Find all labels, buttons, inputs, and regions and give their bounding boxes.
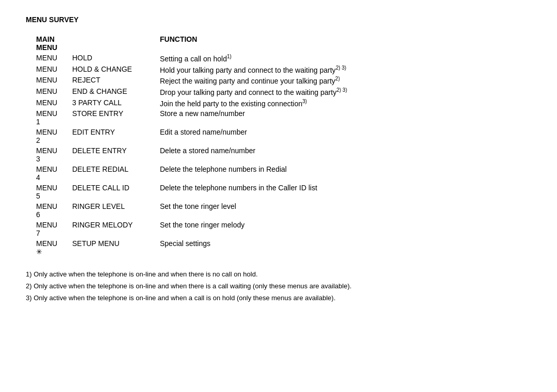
menu-cell: MENU <box>26 75 72 86</box>
function-cell: Delete the telephone numbers in the Call… <box>160 183 531 201</box>
footnotes: 1) Only active when the telephone is on-… <box>26 269 531 303</box>
function-cell: Store a new name/number <box>160 108 531 127</box>
table-row: MENUHOLD & CHANGEHold your talking party… <box>26 64 531 75</box>
action-cell: 3 PARTY CALL <box>72 97 160 109</box>
function-cell: Delete the telephone numbers in Redial <box>160 164 531 183</box>
menu-survey-table: MAIN MENU FUNCTION MENUHOLDSetting a cal… <box>26 34 531 257</box>
function-cell: Reject the waiting party and continue yo… <box>160 75 531 86</box>
menu-cell: MENU <box>26 64 72 75</box>
menu-cell: MENU 1 <box>26 108 72 127</box>
page-title: MENU SURVEY <box>26 15 531 24</box>
menu-cell: MENU 5 <box>26 183 72 201</box>
function-cell: Set the tone ringer level <box>160 201 531 220</box>
action-cell: REJECT <box>72 75 160 86</box>
table-row: MENU 7RINGER MELODYSet the tone ringer m… <box>26 220 531 238</box>
action-cell: HOLD <box>72 53 160 64</box>
table-row: MENU 4DELETE REDIALDelete the telephone … <box>26 164 531 183</box>
function-cell: Special settings <box>160 238 531 257</box>
menu-cell: MENU <box>26 86 72 97</box>
table-row: MENU3 PARTY CALLJoin the held party to t… <box>26 97 531 109</box>
table-row: MENU 2EDIT ENTRYEdit a stored name/numbe… <box>26 127 531 145</box>
menu-cell: MENU <box>26 53 72 64</box>
footnote-item: 2) Only active when the telephone is on-… <box>26 281 531 292</box>
function-cell: Hold your talking party and connect to t… <box>160 64 531 75</box>
function-cell: Drop your talking party and connect to t… <box>160 86 531 97</box>
table-row: MENU 5DELETE CALL IDDelete the telephone… <box>26 183 531 201</box>
menu-cell: MENU 6 <box>26 201 72 220</box>
menu-cell: MENU <box>26 97 72 109</box>
table-row: MENU 6RINGER LEVELSet the tone ringer le… <box>26 201 531 220</box>
table-row: MENUHOLDSetting a call on hold1) <box>26 53 531 64</box>
table-row: MENU ✳SETUP MENUSpecial settings <box>26 238 531 257</box>
menu-cell: MENU 7 <box>26 220 72 238</box>
function-cell: Set the tone ringer melody <box>160 220 531 238</box>
action-cell: STORE ENTRY <box>72 108 160 127</box>
menu-cell: MENU ✳ <box>26 238 72 257</box>
header-action <box>72 34 160 53</box>
table-row: MENU 3DELETE ENTRYDelete a stored name/n… <box>26 145 531 164</box>
function-cell: Setting a call on hold1) <box>160 53 531 64</box>
action-cell: END & CHANGE <box>72 86 160 97</box>
action-cell: RINGER LEVEL <box>72 201 160 220</box>
action-cell: DELETE CALL ID <box>72 183 160 201</box>
menu-cell: MENU 3 <box>26 145 72 164</box>
header-function: FUNCTION <box>160 34 531 53</box>
function-cell: Join the held party to the existing conn… <box>160 97 531 109</box>
table-row: MENUEND & CHANGEDrop your talking party … <box>26 86 531 97</box>
table-row: MENU 1STORE ENTRYStore a new name/number <box>26 108 531 127</box>
action-cell: DELETE ENTRY <box>72 145 160 164</box>
action-cell: RINGER MELODY <box>72 220 160 238</box>
footnote-item: 1) Only active when the telephone is on-… <box>26 269 531 280</box>
footnote-item: 3) Only active when the telephone is on-… <box>26 293 531 304</box>
table-row: MENUREJECTReject the waiting party and c… <box>26 75 531 86</box>
menu-cell: MENU 4 <box>26 164 72 183</box>
menu-cell: MENU 2 <box>26 127 72 145</box>
action-cell: DELETE REDIAL <box>72 164 160 183</box>
function-cell: Edit a stored name/number <box>160 127 531 145</box>
function-cell: Delete a stored name/number <box>160 145 531 164</box>
action-cell: EDIT ENTRY <box>72 127 160 145</box>
action-cell: SETUP MENU <box>72 238 160 257</box>
action-cell: HOLD & CHANGE <box>72 64 160 75</box>
header-main-menu: MAIN MENU <box>26 34 72 53</box>
